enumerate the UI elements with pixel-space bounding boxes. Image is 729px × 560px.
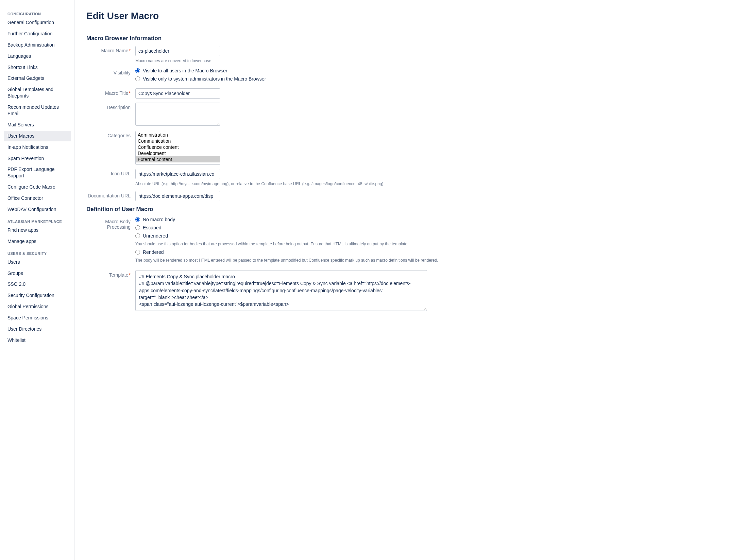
- sidebar-item-configure-code-macro[interactable]: Configure Code Macro: [4, 182, 71, 192]
- sidebar-section-title: ATLASSIAN MARKETPLACE: [4, 217, 71, 225]
- sidebar-item-office-connector[interactable]: Office Connector: [4, 193, 71, 204]
- label-doc-url: Documentation URL: [86, 191, 135, 198]
- sidebar-item-shortcut-links[interactable]: Shortcut Links: [4, 62, 71, 73]
- sidebar-item-users[interactable]: Users: [4, 257, 71, 267]
- visibility-radio-all[interactable]: [135, 68, 140, 73]
- sidebar-item-external-gadgets[interactable]: External Gadgets: [4, 73, 71, 84]
- body-processing-help-rendered: The body will be rendered so most HTML e…: [135, 258, 722, 263]
- sidebar-item-manage-apps[interactable]: Manage apps: [4, 236, 71, 247]
- sidebar-item-webdav-configuration[interactable]: WebDAV Configuration: [4, 204, 71, 215]
- description-input[interactable]: [135, 103, 220, 126]
- category-option[interactable]: Confluence content: [136, 144, 220, 150]
- sidebar-item-find-new-apps[interactable]: Find new apps: [4, 225, 71, 235]
- icon-url-input[interactable]: [135, 169, 220, 179]
- body-processing-radio-unrendered[interactable]: [135, 233, 140, 238]
- sidebar-item-general-configuration[interactable]: General Configuration: [4, 17, 71, 28]
- sidebar-item-security-configuration[interactable]: Security Configuration: [4, 290, 71, 301]
- sidebar-item-mail-servers[interactable]: Mail Servers: [4, 120, 71, 130]
- body-processing-label-unrendered: Unrendered: [143, 233, 168, 239]
- admin-sidebar: CONFIGURATIONGeneral ConfigurationFurthe…: [0, 0, 75, 560]
- sidebar-item-global-templates[interactable]: Global Templates and Blueprints: [4, 84, 71, 101]
- body-processing-radio-escaped[interactable]: [135, 225, 140, 230]
- sidebar-item-backup-administration[interactable]: Backup Administration: [4, 40, 71, 50]
- category-option[interactable]: Administration: [136, 132, 220, 138]
- sidebar-item-groups[interactable]: Groups: [4, 268, 71, 279]
- category-option[interactable]: Development: [136, 150, 220, 156]
- doc-url-input[interactable]: [135, 191, 220, 201]
- macro-name-help: Macro names are converted to lower case: [135, 58, 722, 64]
- label-macro-name: Macro Name*: [86, 46, 135, 53]
- sidebar-section-title: USERS & SECURITY: [4, 249, 71, 257]
- label-macro-title: Macro Title*: [86, 88, 135, 96]
- visibility-label-all: Visible to all users in the Macro Browse…: [143, 68, 227, 73]
- label-visibility: Visibility: [86, 68, 135, 75]
- section-definition: Definition of User Macro: [86, 206, 722, 213]
- page-title: Edit User Macro: [86, 11, 722, 21]
- sidebar-item-whitelist[interactable]: Whitelist: [4, 335, 71, 346]
- body-processing-radio-rendered[interactable]: [135, 250, 140, 255]
- macro-name-input[interactable]: [135, 46, 220, 56]
- category-option[interactable]: External content: [136, 156, 220, 162]
- sidebar-item-global-permissions[interactable]: Global Permissions: [4, 301, 71, 312]
- main-content: Edit User Macro Macro Browser Informatio…: [75, 0, 729, 560]
- sidebar-item-spam-prevention[interactable]: Spam Prevention: [4, 153, 71, 164]
- sidebar-item-user-macros[interactable]: User Macros: [4, 131, 71, 141]
- label-categories: Categories: [86, 131, 135, 138]
- visibility-radio-admin[interactable]: [135, 76, 140, 81]
- sidebar-item-pdf-export-language[interactable]: PDF Export Language Support: [4, 164, 71, 181]
- sidebar-item-sso[interactable]: SSO 2.0: [4, 279, 71, 290]
- icon-url-help: Absolute URL (e.g. http://mysite.com/myi…: [135, 181, 722, 187]
- sidebar-section-title: CONFIGURATION: [4, 9, 71, 17]
- body-processing-label-rendered: Rendered: [143, 249, 164, 255]
- label-body-processing: Macro Body Processing: [86, 217, 135, 230]
- sidebar-item-in-app-notifications[interactable]: In-app Notifications: [4, 142, 71, 153]
- section-macro-browser-info: Macro Browser Information: [86, 35, 722, 42]
- body-processing-label-none: No macro body: [143, 217, 175, 222]
- categories-select[interactable]: AdministrationCommunicationConfluence co…: [135, 131, 220, 165]
- sidebar-item-languages[interactable]: Languages: [4, 51, 71, 62]
- body-processing-radio-none[interactable]: [135, 217, 140, 222]
- body-processing-label-escaped: Escaped: [143, 225, 161, 230]
- sidebar-item-space-permissions[interactable]: Space Permissions: [4, 313, 71, 323]
- label-description: Description: [86, 103, 135, 110]
- sidebar-item-further-configuration[interactable]: Further Configuration: [4, 29, 71, 39]
- category-option[interactable]: Communication: [136, 138, 220, 144]
- macro-title-input[interactable]: [135, 88, 220, 99]
- label-icon-url: Icon URL: [86, 169, 135, 176]
- sidebar-item-user-directories[interactable]: User Directories: [4, 324, 71, 334]
- body-processing-help-unrendered: You should use this option for bodies th…: [135, 241, 722, 247]
- template-input[interactable]: [135, 270, 427, 311]
- sidebar-item-recommended-updates[interactable]: Recommended Updates Email: [4, 102, 71, 119]
- visibility-label-admin: Visible only to system administrators in…: [143, 76, 266, 82]
- label-template: Template*: [86, 270, 135, 278]
